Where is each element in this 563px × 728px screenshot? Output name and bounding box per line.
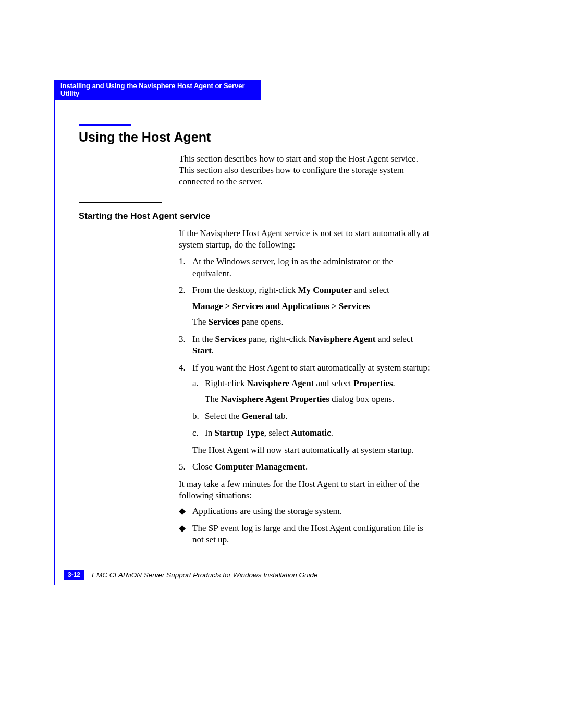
text: . (331, 428, 333, 438)
bullet-text: Applications are using the storage syste… (192, 505, 434, 517)
text: tab. (272, 411, 287, 421)
bold: Services (209, 317, 239, 327)
text: Select the (205, 411, 242, 421)
step-number: 4. (179, 362, 192, 456)
substep-c: c. In Startup Type, select Automatic. (192, 427, 434, 439)
text: and select (314, 378, 353, 388)
bullet-text: The SP event log is large and the Host A… (192, 523, 434, 546)
text: The (192, 317, 209, 327)
bullet-item: ◆ Applications are using the storage sys… (179, 505, 434, 517)
step-2: 2. From the desktop, right-click My Comp… (179, 285, 434, 328)
section-title: Using the Host Agent (79, 130, 435, 145)
page-footer: 3-12 EMC CLARiiON Server Support Product… (64, 570, 318, 580)
section-title-rule (79, 124, 131, 126)
step-text: At the Windows server, log in as the adm… (192, 256, 434, 279)
bold: Automatic (291, 428, 331, 438)
chapter-header: Installing and Using the Navisphere Host… (54, 80, 261, 100)
substep-b: b. Select the General tab. (192, 411, 434, 422)
bullet-item: ◆ The SP event log is large and the Host… (179, 523, 434, 546)
step-text: In the Services pane, right-click Navisp… (192, 334, 434, 357)
bullet-mark: ◆ (179, 505, 192, 517)
text: In (205, 428, 214, 438)
step-4-after: The Host Agent will now start automatica… (192, 445, 434, 456)
step-text: If you want the Host Agent to start auto… (192, 362, 434, 456)
step-5: 5. Close Computer Management. (179, 461, 434, 473)
substep-text: Select the General tab. (205, 411, 434, 422)
substep-letter: c. (192, 427, 205, 439)
subsection-rule (79, 202, 162, 203)
substep-letter: a. (192, 378, 205, 405)
text: pane, right-click (246, 334, 309, 344)
bold: General (242, 411, 273, 421)
substeps: a. Right-click Navisphere Agent and sele… (192, 378, 434, 439)
text: and select (375, 334, 413, 344)
text: If you want the Host Agent to start auto… (192, 363, 430, 373)
text: The (205, 394, 221, 404)
substep-text: In Startup Type, select Automatic. (205, 427, 434, 439)
step-text: Close Computer Management. (192, 461, 434, 473)
section-intro: This section describes how to start and … (179, 153, 434, 188)
bold: Properties (353, 378, 393, 388)
text: . (305, 462, 308, 472)
bold: Navisphere Agent (247, 378, 314, 388)
text: In the (192, 334, 215, 344)
header-rule (273, 80, 488, 80)
text: and select (352, 285, 389, 295)
text: . (393, 378, 395, 388)
step-number: 5. (179, 461, 192, 473)
page-number: 3-12 (64, 570, 84, 580)
bold: Services (215, 334, 246, 344)
step-1: 1. At the Windows server, log in as the … (179, 256, 434, 279)
text: From the desktop, right-click (192, 285, 298, 295)
subsection-title: Starting the Host Agent service (79, 211, 435, 221)
step-number: 1. (179, 256, 192, 279)
bold: My Computer (298, 285, 352, 295)
after-steps-text: It may take a few minutes for the Host A… (179, 478, 434, 502)
footer-doc-title: EMC CLARiiON Server Support Products for… (92, 571, 318, 579)
text: Close (192, 462, 215, 472)
substep-a: a. Right-click Navisphere Agent and sele… (192, 378, 434, 405)
text: . (212, 346, 214, 355)
subsection-intro: If the Navisphere Host Agent service is … (179, 228, 434, 251)
bold: Start (192, 346, 212, 355)
step-number: 2. (179, 285, 192, 328)
bold: Computer Management (215, 462, 305, 472)
bold: Startup Type (214, 428, 264, 438)
bold: Navisphere Agent Properties (221, 394, 329, 404)
steps-list: 1. At the Windows server, log in as the … (179, 256, 434, 473)
text: , select (264, 428, 291, 438)
substep-letter: b. (192, 411, 205, 422)
step-number: 3. (179, 334, 192, 357)
text: dialog box opens. (329, 394, 395, 404)
bullet-mark: ◆ (179, 523, 192, 546)
substep-text: Right-click Navisphere Agent and select … (205, 378, 434, 405)
page-content: Installing and Using the Navisphere Host… (54, 80, 435, 551)
bold: Navisphere Agent (309, 334, 376, 344)
step-text: From the desktop, right-click My Compute… (192, 285, 434, 328)
text: pane opens. (239, 317, 284, 327)
step-4: 4. If you want the Host Agent to start a… (179, 362, 434, 456)
text: Right-click (205, 378, 247, 388)
menu-path: Manage > Services and Applications > Ser… (192, 301, 370, 311)
step-3: 3. In the Services pane, right-click Nav… (179, 334, 434, 357)
bullet-list: ◆ Applications are using the storage sys… (179, 505, 434, 546)
